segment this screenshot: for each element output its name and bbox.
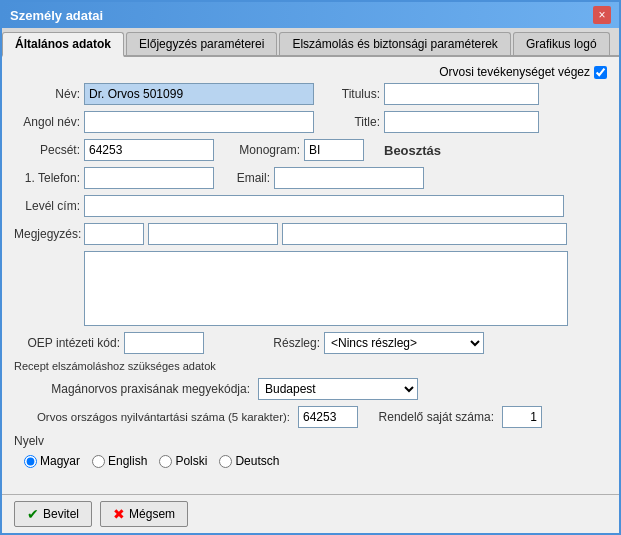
radio-magyar-label: Magyar xyxy=(40,454,80,468)
x-icon: ✖ xyxy=(113,506,125,522)
oep-label: OEP intézeti kód: xyxy=(14,336,124,350)
nev-input[interactable]: Dr. Orvos 501099 xyxy=(84,83,314,105)
angol-nev-label: Angol név: xyxy=(14,115,84,129)
tabs-bar: Általános adatok Előjegyzés paraméterei … xyxy=(2,28,619,57)
email-input[interactable] xyxy=(274,167,424,189)
orvosi-row: Orvosi tevékenységet végez xyxy=(14,65,607,79)
check-icon: ✔ xyxy=(27,506,39,522)
radio-deutsch-label: Deutsch xyxy=(235,454,279,468)
window: Személy adatai × Általános adatok Előjeg… xyxy=(0,0,621,535)
tab-altalanos[interactable]: Általános adatok xyxy=(2,32,124,57)
reszleg-select[interactable]: <Nincs részleg> xyxy=(324,332,484,354)
orszagos-row: Orvos országos nyilvántartási száma (5 k… xyxy=(14,406,607,428)
nev-row: Név: Dr. Orvos 501099 Titulus: xyxy=(14,83,607,105)
oep-input[interactable] xyxy=(124,332,204,354)
orvosi-checkbox-label: Orvosi tevékenységet végez xyxy=(439,65,590,79)
megjegyzes-input-2[interactable] xyxy=(148,223,278,245)
radio-polski[interactable] xyxy=(159,455,172,468)
telefon-input[interactable] xyxy=(84,167,214,189)
telefon-row: 1. Telefon: Email: xyxy=(14,167,607,189)
tab-elszamolas[interactable]: Elszámolás és biztonsági paraméterek xyxy=(279,32,510,55)
bevitel-label: Bevitel xyxy=(43,507,79,521)
nyelv-label: Nyelv xyxy=(14,434,84,448)
title-input[interactable] xyxy=(384,111,539,133)
titulus-label: Titulus: xyxy=(324,87,384,101)
maganorvos-select[interactable]: Budapest xyxy=(258,378,418,400)
title-label: Title: xyxy=(324,115,384,129)
tab-grafikus[interactable]: Grafikus logó xyxy=(513,32,610,55)
pecset-input[interactable] xyxy=(84,139,214,161)
pecset-row: Pecsét: Monogram: Beosztás xyxy=(14,139,607,161)
megsem-label: Mégsem xyxy=(129,507,175,521)
radio-deutsch-item[interactable]: Deutsch xyxy=(219,454,279,468)
orvosi-checkbox[interactable] xyxy=(594,66,607,79)
maganorvos-label: Magánorvos praxisának megyekódja: xyxy=(14,382,254,396)
rendelo-input[interactable] xyxy=(502,406,542,428)
window-title: Személy adatai xyxy=(10,8,103,23)
maganorvos-row: Magánorvos praxisának megyekódja: Budape… xyxy=(14,378,607,400)
recept-label: Recept elszámoláshoz szükséges adatok xyxy=(14,360,216,372)
radio-english-item[interactable]: English xyxy=(92,454,147,468)
radio-deutsch[interactable] xyxy=(219,455,232,468)
nyelv-section: Nyelv Magyar English Polski Deutsch xyxy=(14,434,607,468)
bevitel-button[interactable]: ✔ Bevitel xyxy=(14,501,92,527)
pecset-label: Pecsét: xyxy=(14,143,84,157)
email-label: Email: xyxy=(224,171,274,185)
rendelo-label: Rendelő saját száma: xyxy=(368,410,498,424)
orszagos-input[interactable] xyxy=(298,406,358,428)
telefon-label: 1. Telefon: xyxy=(14,171,84,185)
close-button[interactable]: × xyxy=(593,6,611,24)
megjegyzes-label: Megjegyzés: xyxy=(14,227,84,241)
titulus-input[interactable] xyxy=(384,83,539,105)
footer: ✔ Bevitel ✖ Mégsem xyxy=(2,494,619,533)
tab-elojegyzes[interactable]: Előjegyzés paraméterei xyxy=(126,32,277,55)
level-cim-row: Levél cím: xyxy=(14,195,607,217)
textarea-spacer xyxy=(14,251,84,253)
megjegyzes-input-1[interactable] xyxy=(84,223,144,245)
title-bar: Személy adatai × xyxy=(2,2,619,28)
radio-polski-item[interactable]: Polski xyxy=(159,454,207,468)
radio-polski-label: Polski xyxy=(175,454,207,468)
oep-row: OEP intézeti kód: Részleg: <Nincs részle… xyxy=(14,332,607,354)
radio-group: Magyar English Polski Deutsch xyxy=(24,454,607,468)
megsem-button[interactable]: ✖ Mégsem xyxy=(100,501,188,527)
radio-english-label: English xyxy=(108,454,147,468)
level-cim-input[interactable] xyxy=(84,195,564,217)
textarea-row xyxy=(14,251,607,326)
radio-english[interactable] xyxy=(92,455,105,468)
megjegyzes-input-3[interactable] xyxy=(282,223,567,245)
level-cim-label: Levél cím: xyxy=(14,199,84,213)
beosztatas-label: Beosztás xyxy=(384,143,441,158)
radio-magyar-item[interactable]: Magyar xyxy=(24,454,80,468)
radio-magyar[interactable] xyxy=(24,455,37,468)
nyelv-row: Nyelv xyxy=(14,434,607,448)
nev-label: Név: xyxy=(14,87,84,101)
monogram-label: Monogram: xyxy=(224,143,304,157)
monogram-input[interactable] xyxy=(304,139,364,161)
megjegyzes-row: Megjegyzés: xyxy=(14,223,607,245)
recept-row: Recept elszámoláshoz szükséges adatok xyxy=(14,360,607,372)
angol-nev-input[interactable] xyxy=(84,111,314,133)
content-area: Orvosi tevékenységet végez Név: Dr. Orvo… xyxy=(2,57,619,494)
orszagos-label: Orvos országos nyilvántartási száma (5 k… xyxy=(14,411,294,423)
angol-nev-row: Angol név: Title: xyxy=(14,111,607,133)
reszleg-label: Részleg: xyxy=(264,336,324,350)
megjegyzes-textarea[interactable] xyxy=(84,251,568,326)
